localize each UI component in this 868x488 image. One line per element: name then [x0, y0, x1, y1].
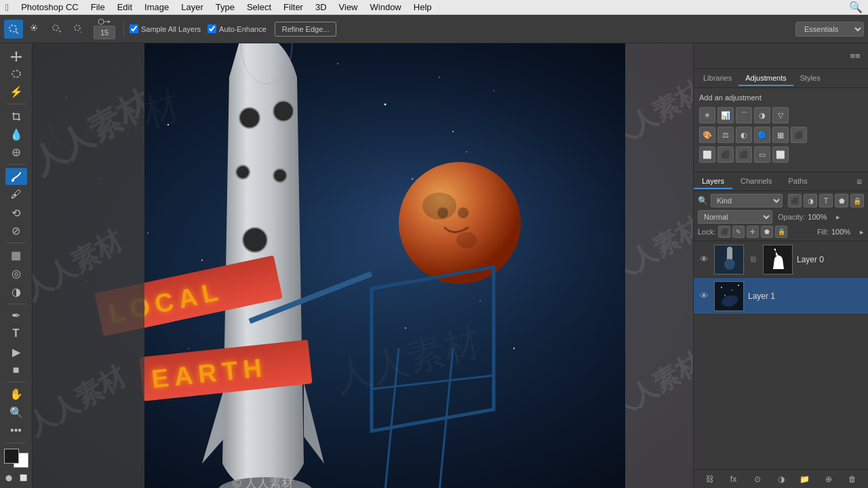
blend-mode-select[interactable]: Normal Dissolve Multiply Screen Overlay	[698, 210, 772, 224]
move-tool-btn[interactable]	[5, 47, 27, 64]
kind-filter-select[interactable]: Kind Name Effect	[711, 194, 783, 207]
path-selection-btn[interactable]: ▶	[5, 344, 27, 361]
filter-adjustment-icon[interactable]: ◑	[804, 194, 817, 207]
subtract-from-selection-btn[interactable]: -	[69, 20, 88, 39]
fill-value[interactable]: 100%	[831, 228, 857, 236]
filter-shape-icon[interactable]: ⬟	[835, 194, 848, 207]
menu-edit[interactable]: Edit	[112, 1, 138, 14]
opacity-arrow-icon[interactable]: ▸	[836, 213, 840, 222]
tab-channels[interactable]: Channels	[732, 174, 780, 189]
fill-arrow-icon[interactable]: ▸	[860, 228, 864, 237]
link-layers-btn[interactable]: ⛓	[703, 472, 717, 486]
auto-enhance-checkbox[interactable]	[208, 24, 216, 33]
history-brush-btn[interactable]: ⟲	[5, 205, 27, 222]
filter-smart-icon[interactable]: 🔒	[850, 194, 864, 207]
tab-paths[interactable]: Paths	[781, 174, 816, 189]
clone-stamp-btn[interactable]: 🖋	[5, 186, 27, 203]
filter-type-icon[interactable]: T	[819, 194, 833, 207]
refine-edge-button[interactable]: Refine Edge...	[275, 22, 337, 37]
menu-image[interactable]: Image	[139, 1, 174, 14]
lock-image-pixels-icon[interactable]: ✎	[732, 226, 745, 238]
svg-point-41	[479, 300, 481, 302]
shape-tool-btn[interactable]: ■	[5, 362, 27, 379]
layers-panel-menu-btn[interactable]: ≡	[854, 176, 868, 187]
menu-view[interactable]: View	[334, 1, 363, 14]
zoom-tool-btn[interactable]: 🔍	[5, 404, 27, 421]
layer-item-1[interactable]: 👁 Layer 1	[694, 278, 868, 314]
quick-mask-btn[interactable]: ⬤	[3, 472, 15, 484]
menu-help[interactable]: Help	[408, 1, 437, 14]
black-white-adj[interactable]: ◐	[736, 127, 752, 143]
delete-layer-btn[interactable]: 🗑	[846, 472, 859, 486]
refine-brush-btn[interactable]	[26, 20, 45, 39]
invert-adj[interactable]: ⬜	[699, 146, 715, 163]
healing-brush-btn[interactable]	[5, 144, 27, 161]
foreground-color-swatch[interactable]	[4, 449, 19, 464]
layer-item-0[interactable]: 👁 ⛓	[694, 241, 868, 278]
lock-transparent-pixels-icon[interactable]: ⬛	[718, 226, 730, 238]
menu-app-name[interactable]: Photoshop CC	[16, 1, 84, 14]
menu-filter[interactable]: Filter	[278, 1, 309, 14]
add-to-selection-btn[interactable]: +	[47, 20, 66, 39]
fill-label: Fill:	[817, 228, 829, 236]
brush-size-input[interactable]: 15	[94, 26, 115, 39]
tab-styles[interactable]: Styles	[793, 71, 827, 86]
menu-layer[interactable]: Layer	[176, 1, 209, 14]
search-icon[interactable]: 🔍	[849, 1, 863, 14]
curves-adj[interactable]: ⌒	[736, 107, 752, 123]
hand-tool-btn[interactable]: ✋	[5, 386, 27, 403]
blur-tool-btn[interactable]: ◎	[5, 265, 27, 282]
quick-selection-tool-btn[interactable]	[4, 20, 23, 39]
eyedropper-tool-btn[interactable]: 💧	[5, 126, 27, 143]
vibrance-adj[interactable]: ▽	[772, 107, 789, 123]
menu-type[interactable]: Type	[210, 1, 240, 14]
menu-file[interactable]: File	[85, 1, 111, 14]
panel-expand-btn[interactable]: ≡≡	[846, 47, 864, 65]
menu-3d[interactable]: 3D	[310, 1, 332, 14]
lasso-tool-btn[interactable]	[5, 66, 27, 83]
color-balance-adj[interactable]: ⚖	[717, 127, 734, 143]
sample-all-layers-label[interactable]: Sample All Layers	[130, 24, 201, 33]
selective-color-adj[interactable]: ⬜	[772, 146, 789, 163]
filter-pixel-icon[interactable]: ⬛	[788, 194, 802, 207]
menu-window[interactable]: Window	[365, 1, 407, 14]
posterize-adj[interactable]: ⬛	[717, 146, 734, 163]
exposure-adj[interactable]: ◑	[754, 107, 770, 123]
tab-adjustments[interactable]: Adjustments	[738, 71, 793, 86]
screen-mode-btn[interactable]: ⬜	[18, 472, 30, 484]
brush-tool-btn[interactable]	[5, 168, 27, 185]
tab-layers[interactable]: Layers	[694, 174, 732, 189]
text-tool-btn[interactable]: T	[5, 325, 27, 342]
gradient-map-adj[interactable]: ▭	[754, 146, 770, 163]
threshold-adj[interactable]: ⬛	[736, 146, 752, 163]
menu-select[interactable]: Select	[241, 1, 277, 14]
sample-all-layers-checkbox[interactable]	[130, 24, 138, 33]
color-lookup-adj[interactable]: ⬛	[791, 127, 807, 143]
brightness-contrast-adj[interactable]: ☀	[699, 107, 715, 123]
tab-libraries[interactable]: Libraries	[696, 71, 738, 86]
levels-adj[interactable]: 📊	[717, 107, 734, 123]
lock-all-icon[interactable]: 🔒	[775, 226, 787, 238]
eraser-tool-btn[interactable]: ⊘	[5, 223, 27, 240]
layer-0-visibility-icon[interactable]: 👁	[698, 253, 710, 266]
opacity-value[interactable]: 100%	[808, 213, 833, 221]
lock-artboard-icon[interactable]: ⬟	[761, 226, 773, 238]
workspace-select[interactable]: Essentials Photography Painting	[795, 22, 864, 37]
more-tools-btn[interactable]: •••	[5, 422, 27, 439]
lock-position-icon[interactable]: ✛	[747, 226, 759, 238]
magic-wand-tool-btn[interactable]: ⚡	[5, 84, 27, 101]
layer-1-visibility-icon[interactable]: 👁	[698, 290, 710, 302]
dodge-tool-btn[interactable]: ◑	[5, 283, 27, 300]
hue-sat-adj[interactable]: 🎨	[699, 127, 715, 143]
create-fill-adjustment-btn[interactable]: ◑	[774, 472, 788, 486]
photo-filter-adj[interactable]: 🔵	[754, 127, 770, 143]
auto-enhance-label[interactable]: Auto-Enhance	[208, 24, 267, 33]
add-layer-mask-btn[interactable]: ⊙	[751, 472, 764, 486]
add-layer-style-btn[interactable]: fx	[727, 472, 741, 486]
gradient-tool-btn[interactable]: ▦	[5, 247, 27, 264]
create-new-layer-btn[interactable]: ⊕	[822, 472, 835, 486]
create-group-btn[interactable]: 📁	[798, 472, 812, 486]
channel-mixer-adj[interactable]: ▦	[772, 127, 789, 143]
pen-tool-btn[interactable]: ✒	[5, 307, 27, 324]
crop-tool-btn[interactable]	[5, 108, 27, 125]
